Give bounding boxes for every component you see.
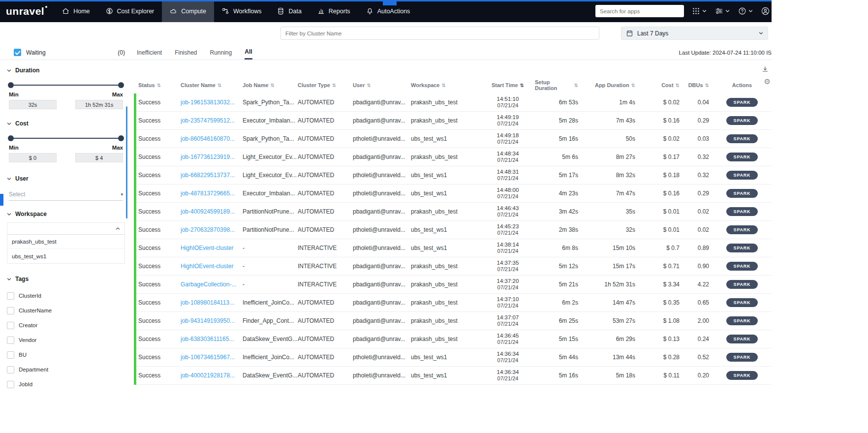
- duration-min-handle[interactable]: [8, 82, 14, 88]
- apps-grid-button[interactable]: [692, 7, 707, 15]
- column-settings-gear-icon[interactable]: ⚙: [764, 77, 771, 86]
- nav-item-workflows[interactable]: Workflows: [214, 0, 269, 22]
- spark-badge[interactable]: SPARK: [726, 98, 758, 107]
- unravel-logo[interactable]: unravel: [6, 5, 44, 17]
- sort-icon[interactable]: ⇅: [271, 83, 275, 88]
- tag-item-department[interactable]: Department: [0, 362, 132, 377]
- column-header-app-duration[interactable]: App Duration⇅: [591, 77, 648, 93]
- duration-max-value[interactable]: 1h 52m 31s: [75, 100, 123, 109]
- tag-item-jobid[interactable]: JobId: [0, 377, 132, 392]
- sort-icon[interactable]: ⇅: [217, 83, 221, 88]
- tag-checkbox[interactable]: [7, 366, 14, 373]
- nav-item-home[interactable]: Home: [54, 0, 97, 22]
- spark-badge[interactable]: SPARK: [726, 244, 758, 252]
- duration-min-value[interactable]: 32s: [9, 100, 57, 109]
- sort-icon[interactable]: ⇅: [367, 83, 371, 88]
- column-header-dbus[interactable]: DBUs⇅: [686, 77, 718, 93]
- column-header-workspace[interactable]: Workspace⇅: [411, 77, 481, 93]
- tag-checkbox[interactable]: [7, 381, 14, 388]
- table-row[interactable]: Successjob-860546160870...Spark_Python_T…: [136, 130, 772, 148]
- table-row[interactable]: Successjob-638303611165...DataSkew_Event…: [136, 330, 772, 348]
- table-row[interactable]: Successjob-196153813032...Spark_Python_T…: [136, 93, 772, 112]
- table-row[interactable]: SuccessHighIOEvent-cluster-INTERACTIVEpt…: [136, 239, 772, 257]
- user-section-header[interactable]: User: [0, 175, 132, 182]
- cost-max-value[interactable]: $ 4: [75, 153, 123, 162]
- sort-icon[interactable]: ⇅: [157, 83, 161, 88]
- cluster-name-link[interactable]: job-106734615967...: [181, 354, 235, 361]
- tab-running[interactable]: Running: [210, 45, 232, 60]
- tab-finished[interactable]: Finished: [175, 45, 197, 60]
- tags-section-header[interactable]: Tags: [0, 276, 132, 282]
- spark-badge[interactable]: SPARK: [726, 335, 758, 343]
- cluster-name-link[interactable]: job-196153813032...: [181, 99, 235, 106]
- table-row[interactable]: Successjob-400924599189...PartitionNotPr…: [136, 203, 772, 221]
- table-row[interactable]: Successjob-487813729665...Executor_Imbal…: [136, 185, 772, 203]
- column-header-start-time[interactable]: Start Time⇅: [481, 77, 535, 93]
- spark-badge[interactable]: SPARK: [726, 225, 758, 234]
- duration-max-handle[interactable]: [118, 82, 124, 88]
- waiting-checkbox[interactable]: [14, 49, 21, 56]
- spark-badge[interactable]: SPARK: [726, 116, 758, 125]
- table-row[interactable]: Successjob-943149193950...Finder_App_Con…: [136, 312, 772, 330]
- tag-checkbox[interactable]: [7, 307, 14, 314]
- table-row[interactable]: SuccessGarbageCollection-...-INTERACTIVE…: [136, 276, 772, 294]
- tab-inefficient[interactable]: Inefficient: [137, 45, 162, 60]
- cost-min-value[interactable]: $ 0: [9, 153, 57, 162]
- table-row[interactable]: Successjob-270632870398...PartitionNotPr…: [136, 221, 772, 239]
- table-row[interactable]: Successjob-108980184113...Inefficient_Jo…: [136, 294, 772, 312]
- spark-badge[interactable]: SPARK: [726, 189, 758, 198]
- cluster-name-link[interactable]: job-638303611165...: [181, 336, 234, 342]
- table-row[interactable]: Successjob-235747599512...Executor_Imbal…: [136, 112, 772, 130]
- nav-item-reports[interactable]: Reports: [310, 0, 358, 22]
- cluster-name-link[interactable]: job-943149193950...: [181, 317, 235, 324]
- table-row[interactable]: Successjob-167736123919...Light_Executor…: [136, 148, 772, 166]
- sort-icon[interactable]: ⇅: [631, 83, 635, 88]
- help-button[interactable]: [738, 7, 753, 15]
- column-header-job-name[interactable]: Job Name⇅: [243, 77, 298, 93]
- tab-all[interactable]: All: [245, 45, 252, 60]
- sort-icon[interactable]: ⇅: [442, 83, 446, 88]
- spark-badge[interactable]: SPARK: [726, 134, 758, 143]
- column-header-user[interactable]: User⇅: [353, 77, 411, 93]
- column-header-status[interactable]: Status⇅: [138, 77, 181, 93]
- spark-badge[interactable]: SPARK: [726, 262, 758, 271]
- cost-min-handle[interactable]: [8, 135, 14, 141]
- cluster-name-link[interactable]: job-487813729665...: [181, 190, 235, 197]
- cluster-name-link[interactable]: GarbageCollection-...: [181, 281, 236, 288]
- spark-badge[interactable]: SPARK: [726, 280, 758, 289]
- cost-section-header[interactable]: Cost: [0, 120, 132, 127]
- duration-section-header[interactable]: Duration: [0, 67, 132, 74]
- column-header-cost[interactable]: Cost⇅: [648, 77, 686, 93]
- tag-checkbox[interactable]: [7, 322, 14, 329]
- date-range-select[interactable]: Last 7 Days: [621, 27, 768, 40]
- cluster-name-link[interactable]: job-400021928178...: [181, 372, 235, 379]
- tag-item-creator[interactable]: Creator: [0, 318, 132, 333]
- tag-checkbox[interactable]: [7, 292, 14, 300]
- tag-item-bu[interactable]: BU: [0, 347, 132, 362]
- spark-badge[interactable]: SPARK: [726, 298, 758, 307]
- profile-button[interactable]: [761, 7, 770, 15]
- sort-icon[interactable]: ⇅: [705, 83, 709, 88]
- sort-icon[interactable]: ⇅: [520, 83, 524, 88]
- waiting-filter-row[interactable]: Waiting (0): [0, 45, 132, 60]
- cluster-name-link[interactable]: HighIOEvent-cluster: [181, 245, 233, 251]
- tag-item-vendor[interactable]: Vendor: [0, 333, 132, 347]
- cluster-name-link[interactable]: job-108980184113...: [181, 299, 234, 306]
- tag-item-clustername[interactable]: ClusterName: [0, 303, 132, 318]
- integrations-button[interactable]: [715, 7, 730, 15]
- table-row[interactable]: SuccessHighIOEvent-cluster-INTERACTIVEpb…: [136, 257, 772, 276]
- workspace-dropdown-toggle[interactable]: [7, 223, 124, 235]
- table-row[interactable]: Successjob-106734615967...Inefficient_Jo…: [136, 348, 772, 367]
- workspace-option[interactable]: ubs_test_ws1: [7, 249, 124, 263]
- sidebar-scrollbar[interactable]: [126, 106, 127, 218]
- spark-badge[interactable]: SPARK: [726, 153, 758, 161]
- tag-item-clusterid[interactable]: ClusterId: [0, 288, 132, 303]
- nav-item-cost-explorer[interactable]: Cost Explorer: [98, 0, 162, 22]
- table-row[interactable]: Successjob-668229513737...Light_Executor…: [136, 166, 772, 185]
- spark-badge[interactable]: SPARK: [726, 207, 758, 216]
- cluster-name-filter-input[interactable]: [280, 27, 599, 40]
- cluster-name-link[interactable]: job-400924599189...: [181, 208, 235, 215]
- column-header-cluster-name[interactable]: Cluster Name⇅: [181, 77, 243, 93]
- spark-badge[interactable]: SPARK: [726, 316, 758, 325]
- nav-item-compute[interactable]: Compute: [162, 0, 214, 22]
